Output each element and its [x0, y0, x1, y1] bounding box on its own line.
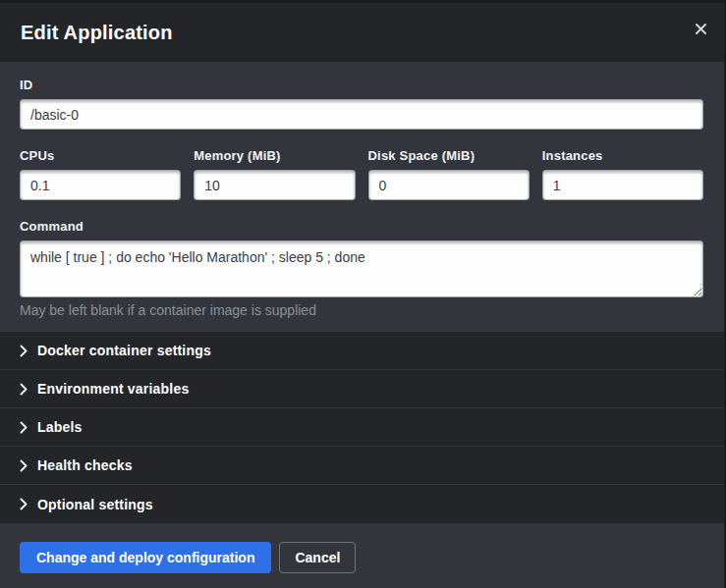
command-field-group: Command while [ true ] ; do echo 'Hello … [20, 219, 703, 318]
collapsible-sections: Docker container settings Environment va… [0, 332, 724, 523]
id-label: ID [20, 78, 703, 92]
id-input[interactable] [20, 99, 703, 130]
instances-input[interactable] [542, 170, 703, 200]
memory-field-group: Memory (MiB) [194, 148, 355, 200]
disk-space-input[interactable] [368, 170, 530, 200]
cpus-field-group: CPUs [20, 148, 181, 200]
section-environment-variables[interactable]: Environment variables [0, 370, 724, 408]
edit-application-dialog: Edit Application ID CPUs Memory (MiB) [0, 0, 726, 588]
disk-field-group: Disk Space (MiB) [368, 148, 530, 200]
chevron-right-icon [20, 345, 28, 357]
command-label: Command [20, 219, 703, 234]
command-textarea[interactable]: while [ true ] ; do echo 'Hello Marathon… [20, 241, 703, 297]
dialog-footer: Change and deploy configuration Cancel [0, 523, 724, 588]
section-label: Environment variables [37, 381, 189, 397]
memory-input[interactable] [194, 170, 355, 200]
dialog-form: ID CPUs Memory (MiB) Disk Space (MiB) In… [0, 62, 724, 332]
dialog-header: Edit Application [0, 3, 724, 62]
section-docker-container-settings[interactable]: Docker container settings [0, 332, 724, 370]
id-field-group: ID [20, 78, 703, 130]
section-labels[interactable]: Labels [0, 408, 724, 447]
cpus-label: CPUs [20, 148, 181, 163]
disk-space-label: Disk Space (MiB) [368, 148, 530, 163]
close-icon [695, 23, 707, 35]
instances-label: Instances [542, 148, 703, 163]
close-button[interactable] [691, 19, 710, 38]
section-optional-settings[interactable]: Optional settings [0, 485, 724, 523]
section-label: Health checks [37, 457, 133, 473]
section-label: Labels [37, 419, 83, 435]
cpus-input[interactable] [20, 170, 181, 200]
section-health-checks[interactable]: Health checks [0, 447, 724, 485]
section-label: Docker container settings [37, 343, 211, 358]
chevron-right-icon [20, 383, 28, 396]
chevron-right-icon [20, 421, 28, 434]
command-help-text: May be left blank if a container image i… [20, 302, 703, 318]
resources-row: CPUs Memory (MiB) Disk Space (MiB) Insta… [20, 148, 703, 200]
instances-field-group: Instances [542, 148, 703, 200]
cancel-button[interactable]: Cancel [279, 542, 356, 573]
change-and-deploy-button[interactable]: Change and deploy configuration [20, 542, 271, 573]
section-label: Optional settings [37, 497, 153, 512]
memory-label: Memory (MiB) [194, 148, 355, 163]
chevron-right-icon [20, 498, 28, 510]
dialog-title: Edit Application [21, 22, 173, 44]
chevron-right-icon [20, 459, 28, 472]
